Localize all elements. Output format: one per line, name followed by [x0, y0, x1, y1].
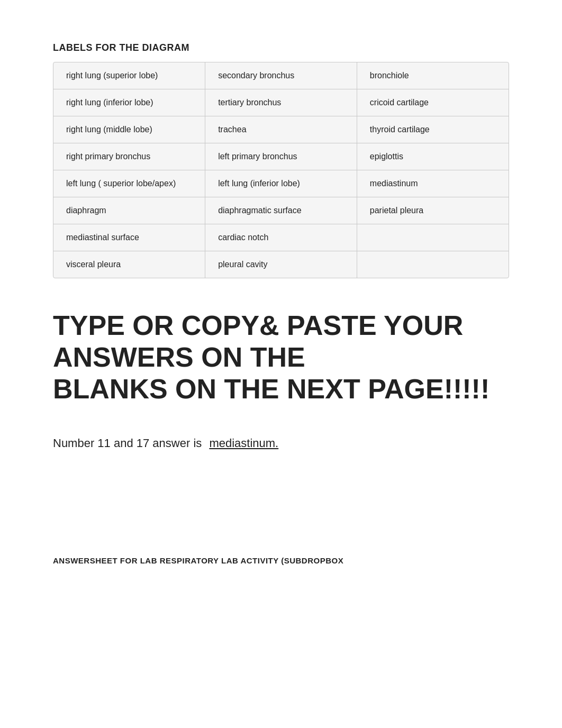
- table-cell: bronchiole: [357, 62, 509, 89]
- table-cell: thyroid cartilage: [357, 116, 509, 143]
- table-cell: right lung (middle lobe): [53, 116, 205, 143]
- table-cell: right lung (superior lobe): [53, 62, 205, 89]
- table-cell: secondary bronchus: [205, 62, 357, 89]
- table-cell: left lung ( superior lobe/apex): [53, 170, 205, 197]
- table-cell: cardiac notch: [205, 224, 357, 251]
- table-cell: right primary bronchus: [53, 143, 205, 170]
- answer-line: Number 11 and 17 answer is mediastinum.: [53, 436, 509, 450]
- answer-prefix: Number 11 and 17 answer is: [53, 436, 202, 450]
- table-cell: trachea: [205, 116, 357, 143]
- labels-heading: LABELS FOR THE DIAGRAM: [53, 42, 509, 53]
- table-cell: parietal pleura: [357, 197, 509, 224]
- table-cell: mediastinal surface: [53, 224, 205, 251]
- table-cell: [357, 224, 509, 251]
- table-cell: [357, 251, 509, 278]
- big-text-block: TYPE OR COPY& PASTE YOUR ANSWERS ON THE …: [53, 310, 509, 405]
- table-cell: left primary bronchus: [205, 143, 357, 170]
- table-cell: cricoid cartilage: [357, 89, 509, 116]
- footer-main: ANSWERSHEET FOR LAB RESPIRATORY LAB ACTI…: [53, 556, 343, 565]
- footer-text: ANSWERSHEET FOR LAB RESPIRATORY LAB ACTI…: [53, 556, 509, 565]
- big-text-line1: TYPE OR COPY& PASTE YOUR ANSWERS ON THE: [53, 310, 509, 374]
- table-cell: right lung (inferior lobe): [53, 89, 205, 116]
- answer-word: mediastinum.: [209, 436, 278, 450]
- labels-table: right lung (superior lobe)secondary bron…: [53, 62, 509, 278]
- table-cell: diaphragmatic surface: [205, 197, 357, 224]
- table-cell: pleural cavity: [205, 251, 357, 278]
- table-cell: tertiary bronchus: [205, 89, 357, 116]
- table-cell: left lung (inferior lobe): [205, 170, 357, 197]
- table-cell: epiglottis: [357, 143, 509, 170]
- table-cell: diaphragm: [53, 197, 205, 224]
- big-text-line2: BLANKS ON THE NEXT PAGE!!!!!: [53, 374, 509, 405]
- table-cell: mediastinum: [357, 170, 509, 197]
- labels-table-container: right lung (superior lobe)secondary bron…: [53, 62, 509, 278]
- table-cell: visceral pleura: [53, 251, 205, 278]
